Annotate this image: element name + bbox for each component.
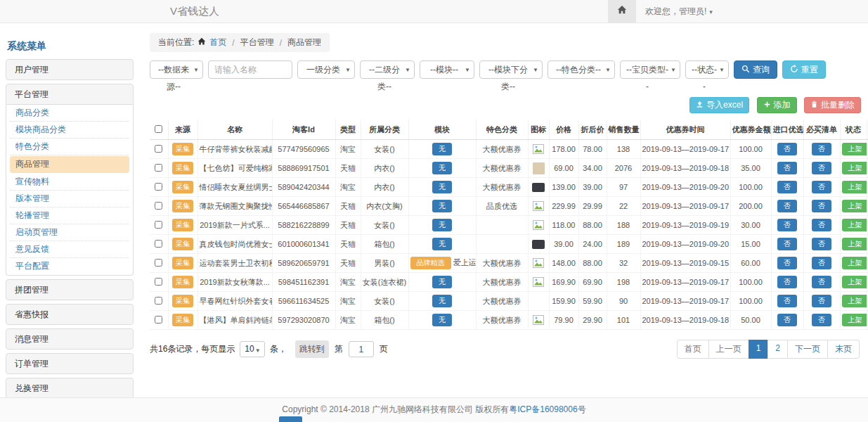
import-select-toggle[interactable]: 否 (777, 143, 797, 155)
filter-select[interactable]: --二级分类-- ▼ (360, 60, 415, 79)
page-button[interactable]: 首页 (677, 340, 709, 359)
page-buttons: 首页上一页12下一页末页 (678, 340, 860, 359)
jump-button[interactable]: 跳转到 (295, 340, 329, 358)
must-buy-toggle[interactable]: 否 (812, 219, 831, 231)
status-badge[interactable]: 上架 (842, 162, 867, 174)
import-select-toggle[interactable]: 否 (777, 276, 797, 288)
breadcrumb: 当前位置: 首页 / 平台管理 / 商品管理 (150, 33, 330, 52)
page-button[interactable]: 2 (767, 340, 788, 359)
reset-button[interactable]: 重置 (782, 60, 826, 79)
status-badge[interactable]: 上架 (842, 295, 867, 307)
row-checkbox[interactable] (155, 240, 162, 248)
sidebar-panel[interactable]: 省惠快报 (6, 304, 134, 325)
jump-page-input[interactable] (349, 341, 374, 357)
sidebar-subitem[interactable]: 平台配置 (10, 258, 129, 275)
import-select-toggle[interactable]: 否 (777, 219, 797, 231)
row-checkbox[interactable] (155, 278, 162, 286)
icon-cell (528, 140, 549, 159)
must-buy-toggle[interactable]: 否 (812, 257, 831, 269)
import-excel-button[interactable]: 导入excel (689, 97, 749, 113)
must-buy-toggle[interactable]: 否 (812, 238, 831, 250)
row-checkbox[interactable] (155, 221, 162, 229)
taoke-id-cell: 601000601341 (272, 235, 335, 254)
row-checkbox[interactable] (155, 316, 162, 324)
status-cell: 上架 (840, 216, 867, 235)
batch-delete-button[interactable]: 批量删除 (804, 97, 861, 113)
filter-select[interactable]: --特色分类-- ▼ (548, 60, 615, 79)
sidebar-panel[interactable]: 订单管理 (6, 353, 134, 374)
must-buy-toggle[interactable]: 否 (812, 295, 831, 307)
sidebar-subitem[interactable]: 版本管理 (10, 191, 129, 207)
row-checkbox[interactable] (155, 183, 162, 191)
must-buy-toggle[interactable]: 否 (812, 200, 831, 212)
status-badge[interactable]: 上架 (842, 257, 867, 269)
sidebar-subitem[interactable]: 轮播管理 (10, 207, 129, 224)
user-menu[interactable]: 欢迎您，管理员!▾ (645, 0, 713, 23)
import-select-toggle[interactable]: 否 (777, 257, 797, 269)
filter-select[interactable]: --宝贝类型-- ▼ (620, 60, 680, 79)
import-select-toggle[interactable]: 否 (777, 162, 797, 174)
must-buy-toggle[interactable]: 否 (812, 314, 831, 326)
filter-select-source[interactable]: --数据来源-- ▼ (150, 60, 203, 79)
filter-select[interactable]: --状态-- ▼ (685, 60, 729, 79)
sidebar-subitem[interactable]: 意见反馈 (10, 241, 129, 258)
pagination-summary: 共16条记录，每页显示 10 ▼ 条， 跳转到 第 页 (150, 340, 388, 358)
name-search-input[interactable] (208, 60, 292, 79)
must-buy-toggle[interactable]: 否 (812, 143, 831, 155)
sidebar-subitem[interactable]: 商品分类 (10, 105, 129, 122)
status-badge[interactable]: 上架 (842, 276, 867, 288)
sidebar-panel[interactable]: 拼团管理 (6, 279, 134, 300)
must-buy-toggle[interactable]: 否 (812, 181, 831, 193)
status-badge[interactable]: 上架 (842, 143, 867, 155)
filter-select[interactable]: 一级分类 ▼ (297, 60, 355, 79)
sidebar-panel[interactable]: 用户管理 (6, 59, 134, 80)
select-all-checkbox[interactable] (155, 125, 162, 133)
status-badge[interactable]: 上架 (842, 219, 867, 231)
import-select-cell: 否 (771, 216, 803, 235)
sidebar-panel[interactable]: 平台管理 (6, 84, 134, 105)
sidebar-subitem[interactable]: 启动页管理 (10, 224, 129, 241)
status-badge[interactable]: 上架 (842, 181, 867, 193)
welcome-text: 欢迎您，管理员! (645, 6, 706, 16)
status-badge[interactable]: 上架 (842, 314, 867, 326)
sidebar-subitem[interactable]: 模块商品分类 (10, 122, 129, 139)
filter-select[interactable]: --模块下分类-- ▼ (479, 60, 543, 79)
sidebar-subitem[interactable]: 商品管理 (10, 156, 129, 173)
must-buy-toggle[interactable]: 否 (812, 162, 831, 174)
page-size-select[interactable]: 10 ▼ (240, 341, 264, 357)
import-select-toggle[interactable]: 否 (777, 238, 797, 250)
search-button[interactable]: 查询 (734, 60, 777, 79)
row-checkbox[interactable] (155, 297, 162, 305)
page-button[interactable]: 下一页 (787, 340, 828, 359)
sidebar-panel[interactable]: 消息管理 (6, 328, 134, 350)
sidebar-panel[interactable]: 兑换管理 (6, 378, 134, 399)
column-header: 类型 (335, 120, 361, 140)
icp-link[interactable]: 粤ICP备16098006号 (509, 404, 585, 414)
module-cell: 无 (408, 159, 476, 178)
row-checkbox[interactable] (155, 164, 162, 172)
page-button[interactable]: 1 (749, 340, 769, 359)
must-buy-toggle[interactable]: 否 (812, 276, 831, 288)
page-button-label: 末页 (835, 344, 852, 354)
sidebar-subitem[interactable]: 特色分类 (10, 139, 129, 155)
breadcrumb-home-link[interactable]: 首页 (209, 37, 226, 49)
back-to-top-button[interactable] (279, 416, 302, 422)
status-badge[interactable]: 上架 (842, 200, 867, 212)
taoke-id-cell: 597293020870 (272, 311, 335, 330)
row-checkbox[interactable] (155, 202, 162, 210)
status-badge[interactable]: 上架 (842, 238, 867, 250)
import-select-toggle[interactable]: 否 (777, 200, 797, 212)
import-select-toggle[interactable]: 否 (777, 314, 797, 326)
row-checkbox[interactable] (155, 259, 162, 267)
add-button[interactable]: 添加 (757, 97, 797, 113)
page-button[interactable]: 末页 (827, 340, 860, 359)
row-checkbox[interactable] (155, 145, 162, 153)
filter-select[interactable]: --模块-- ▼ (420, 60, 474, 79)
sidebar-subitem[interactable]: 宣传物料 (10, 174, 129, 191)
import-select-toggle[interactable]: 否 (777, 295, 797, 307)
import-select-toggle[interactable]: 否 (777, 181, 797, 193)
home-nav-button[interactable] (608, 0, 636, 23)
source-cell: 采集 (168, 273, 197, 292)
row-select-cell (150, 254, 168, 273)
page-button[interactable]: 上一页 (708, 340, 749, 359)
